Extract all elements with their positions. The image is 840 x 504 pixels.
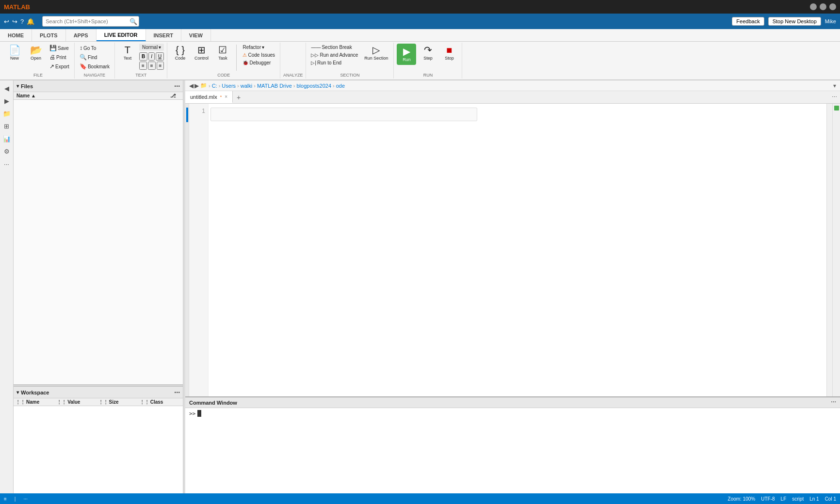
command-window-menu-button[interactable]: ⋯ [831,399,836,406]
sidebar-icon-chart[interactable]: 📊 [1,133,13,144]
section-break-button[interactable]: —— Section Break [309,44,360,51]
titlebar-right [810,3,836,10]
notifications-button[interactable]: 🔔 [27,18,34,25]
breadcrumb-c[interactable]: C: [212,83,217,89]
close-button[interactable] [829,3,836,10]
tab-plots[interactable]: PLOTS [32,29,66,41]
workspace-col-size[interactable]: ⋮⋮ Size [98,399,140,405]
redo-button[interactable]: ↪ [12,18,17,25]
feedback-button[interactable]: Feedback [732,17,764,26]
underline-button[interactable]: U [156,52,164,61]
align-center-button[interactable]: ≡ [148,62,156,70]
breadcrumb-walki[interactable]: walki [241,83,252,89]
open-button[interactable]: 📂 Open [26,44,46,62]
left-panel: ▾ Files ⋯ Name ▲ ⎇ ▾ Workspace ⋯ [14,80,183,493]
workspace-section: ▾ Workspace ⋯ ⋮⋮ Name ⋮⋮ Value ⋮⋮ Size [14,386,183,493]
run-button[interactable]: ▶ Run [397,44,416,65]
breadcrumb-matlab-drive[interactable]: MATLAB Drive [257,83,292,89]
sidebar-icon-back[interactable]: ◀ [1,82,13,94]
workspace-col-name[interactable]: ⋮⋮ Name [16,399,57,405]
breadcrumb-blogposts[interactable]: blogposts2024 [296,83,331,89]
workspace-col-value[interactable]: ⋮⋮ Value [57,399,98,405]
workspace-col-class-grip: ⋮⋮ [140,399,149,405]
breadcrumb-forward-button[interactable]: ▶ [194,82,199,89]
files-col-git[interactable]: ⎇ [170,93,180,98]
text-button[interactable]: T Text [118,44,137,62]
tab-apps[interactable]: APPS [66,29,97,41]
sidebar-icon-folder[interactable]: 📁 [1,108,13,119]
align-right-button[interactable]: ≡ [157,62,164,70]
task-button[interactable]: ☑ Task [213,44,232,62]
tab-bar-menu-button[interactable]: ⋯ [832,94,837,100]
files-body [14,100,183,384]
search-input[interactable] [42,16,139,27]
breadcrumb-ode[interactable]: ode [336,83,345,89]
refactor-button[interactable]: Refactor ▾ [241,44,277,51]
stop-new-desktop-button[interactable]: Stop New Desktop [768,17,821,26]
run-and-advance-button[interactable]: ▷▷ Run and Advance [309,51,360,59]
editor-right-margin [826,104,832,396]
sidebar-icon-forward[interactable]: ▶ [1,95,13,107]
print-button[interactable]: 🖨 Print [48,53,71,62]
files-col-name[interactable]: Name ▲ [16,93,169,98]
tab-view[interactable]: VIEW [181,29,211,41]
ribbon-code-items: { } Code ⊞ Control ☑ Task Refactor ▾ ⚠ C… [170,44,277,72]
command-prompt: >> [189,410,836,417]
save-icon: 💾 [49,45,57,51]
tab-bar: untitled.mlx * × + ⋯ [185,91,840,104]
editor-content: 1 [185,104,840,396]
run-to-end-button[interactable]: ▷| Run to End [309,59,360,66]
code-input-box[interactable] [210,108,477,121]
save-button[interactable]: 💾 Save [48,44,71,52]
align-left-button[interactable]: ≡ [139,62,147,70]
section-break-label: Section Break [322,45,352,50]
goto-button[interactable]: ↕ Go To [78,44,112,52]
sidebar-icon-grid[interactable]: ⊞ [1,120,13,132]
workspace-menu-button[interactable]: ⋯ [174,389,180,396]
minimap-indicator [834,106,839,110]
stop-button[interactable]: ■ Stop [439,44,459,62]
tab-close-button[interactable]: × [225,94,227,99]
files-expand-icon[interactable]: ▾ [16,83,19,89]
breadcrumb-users[interactable]: Users [222,83,236,89]
code-issues-button[interactable]: ⚠ Code Issues [241,51,277,59]
user-menu-button[interactable]: Mike [825,18,836,24]
breadcrumb-back-button[interactable]: ◀ [189,82,194,89]
breadcrumb-expand-button[interactable]: ▾ [833,82,836,89]
tab-live-editor[interactable]: LIVE EDITOR [97,29,146,41]
step-button[interactable]: ↷ Step [418,44,437,62]
editor-main[interactable] [209,104,826,396]
control-button[interactable]: ⊞ Control [192,44,211,62]
editor-tab-untitled[interactable]: untitled.mlx * × [185,91,233,103]
export-label: Export [55,64,69,69]
maximize-button[interactable] [820,3,826,10]
new-icon: 📄 [9,45,21,55]
undo-button[interactable]: ↩ [4,18,9,25]
normal-label: Normal [142,45,158,50]
help-button[interactable]: ? [20,18,24,25]
files-menu-button[interactable]: ⋯ [174,83,180,90]
workspace-expand-icon[interactable]: ▾ [16,390,19,395]
italic-button[interactable]: I [148,52,155,61]
run-section-button[interactable]: ▷ Run Section [362,44,390,62]
find-button[interactable]: 🔍 Find [78,53,112,62]
status-panels-icon[interactable]: ≡ [4,496,7,502]
new-button[interactable]: 📄 New [5,44,24,62]
debugger-button[interactable]: 🐞 Debugger [241,59,277,66]
export-button[interactable]: ↗ Export [48,62,71,71]
breadcrumb-folder-icon[interactable]: 📁 [200,82,207,89]
sidebar-icon-apps[interactable]: ⚙ [1,145,13,157]
workspace-col-class[interactable]: ⋮⋮ Class [140,399,181,405]
command-window-body[interactable]: >> [185,408,840,493]
sidebar-icon-more[interactable]: ··· [1,158,13,170]
bold-button[interactable]: B [139,52,147,61]
tab-add-button[interactable]: + [233,91,244,103]
code-button[interactable]: { } Code [170,44,190,62]
tab-home[interactable]: HOME [0,29,32,41]
files-header: ▾ Files ⋯ [14,80,183,92]
normal-dropdown[interactable]: Normal ▾ [139,44,164,51]
bookmark-button[interactable]: 🔖 Bookmark [78,62,112,71]
minimize-button[interactable] [810,3,817,10]
refactor-dropdown-icon: ▾ [262,45,264,50]
tab-insert[interactable]: INSERT [146,29,181,41]
